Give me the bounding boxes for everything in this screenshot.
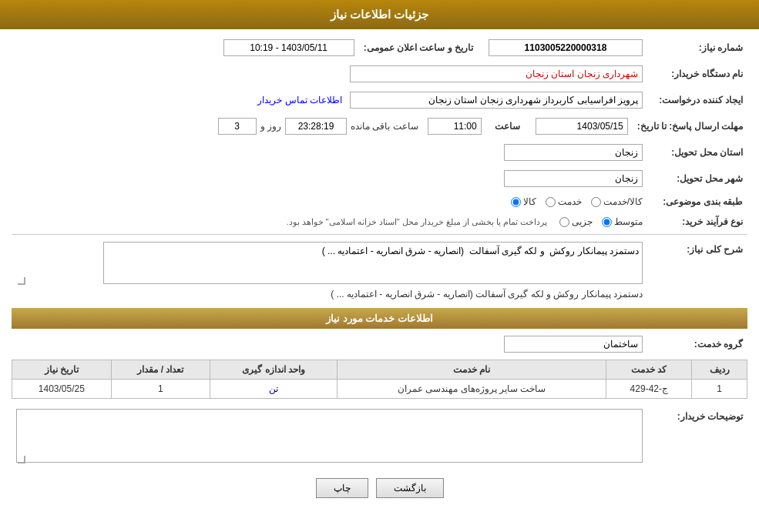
deadline-date-input[interactable] [536, 118, 628, 135]
page-title: جزئیات اطلاعات نیاز [331, 8, 428, 21]
deadline-time-label: ساعت [486, 115, 525, 137]
col-row-num: ردیف [692, 360, 747, 380]
category-kala-khedmat[interactable]: کالا/خدمت [591, 196, 643, 207]
remaining-days-label: روز و [260, 121, 281, 132]
category-kala[interactable]: کالا [511, 196, 536, 207]
remaining-time-input [285, 118, 347, 135]
services-table: ردیف کد خدمت نام خدمت واحد اندازه گیری ت… [12, 360, 747, 399]
delivery-city-label: شهر محل تحویل: [647, 168, 747, 189]
delivery-province-input[interactable] [504, 144, 643, 161]
need-number-input[interactable] [489, 39, 643, 56]
cell-row-num: 1 [692, 380, 747, 399]
services-section-title: اطلاعات خدمات مورد نیاز [12, 308, 747, 329]
requester-input[interactable] [350, 92, 643, 109]
buyer-desc-textarea[interactable] [16, 409, 643, 463]
col-qty: تعداد / مقدار [111, 360, 210, 380]
page-header: جزئیات اطلاعات نیاز [0, 0, 759, 29]
announce-date-input[interactable] [223, 39, 354, 56]
cell-date: 1403/05/25 [12, 380, 112, 399]
buyer-desc-label: توضیحات خریدار: [647, 407, 747, 467]
col-unit: واحد اندازه گیری [210, 360, 338, 380]
deadline-label: مهلت ارسال پاسخ: تا تاریخ: [633, 115, 747, 137]
category-label: طبقه بندی موضوعی: [647, 194, 747, 209]
purchase-type-label: نوع فرآیند خرید: [647, 214, 747, 229]
col-service-name: نام خدمت [337, 360, 606, 380]
cell-qty: 1 [111, 380, 210, 399]
purchase-motavasset[interactable]: متوسط [602, 216, 643, 227]
cell-unit: تن [210, 380, 338, 399]
description-label: شرح کلی نیاز: [647, 239, 747, 302]
requester-label: ایجاد کننده درخواست: [647, 89, 747, 111]
cell-service-name: ساخت سایر پروژه‌های مهندسی عمران [337, 380, 606, 399]
service-group-input[interactable] [504, 336, 643, 353]
delivery-province-label: استان محل تحویل: [647, 142, 747, 163]
button-row: بازگشت چاپ [12, 478, 747, 498]
remaining-days-input [218, 118, 257, 135]
table-row: 1 ج-42-429 ساخت سایر پروژه‌های مهندسی عم… [12, 380, 747, 399]
remaining-suffix: ساعت باقی مانده [351, 121, 418, 132]
deadline-time-input[interactable] [428, 118, 482, 135]
back-button[interactable]: بازگشت [376, 478, 444, 498]
purchase-jozei[interactable]: جزیی [559, 216, 593, 227]
col-date: تاریخ نیاز [12, 360, 112, 380]
category-khedmat[interactable]: خدمت [546, 196, 582, 207]
delivery-city-input[interactable] [504, 170, 643, 187]
announce-date-label: تاریخ و ساعت اعلان عمومی: [359, 37, 478, 59]
service-group-label: گروه خدمت: [647, 333, 747, 355]
description-textarea[interactable] [103, 242, 643, 284]
buyer-org-input[interactable] [350, 65, 643, 82]
buyer-org-label: نام دستگاه خریدار: [647, 63, 747, 85]
description-text: دستمزد پیمانکار روکش و لکه گیری آسفالت (… [331, 289, 643, 299]
cell-service-code: ج-42-429 [606, 380, 692, 399]
purchase-note: پرداخت تمام یا بخشی از مبلغ خریدار محل "… [286, 217, 547, 227]
print-button[interactable]: چاپ [316, 478, 368, 498]
col-service-code: کد خدمت [606, 360, 692, 380]
need-number-label: شماره نیاز: [647, 37, 747, 59]
contact-link[interactable]: اطلاعات تماس خریدار [257, 95, 342, 105]
